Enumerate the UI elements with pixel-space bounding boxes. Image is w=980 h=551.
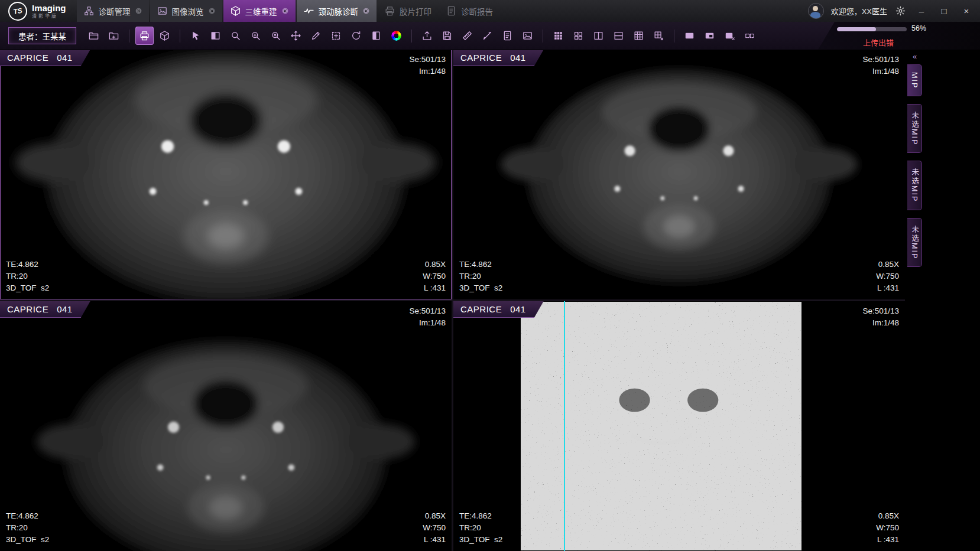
layout-single-icon[interactable]: [680, 27, 699, 45]
tab-label: 颈动脉诊断: [319, 5, 359, 17]
viewport[interactable]: CAPRICE 041 Se:501/13 Im:1/48 TE:4.862 T…: [453, 301, 905, 551]
series-label-tab[interactable]: CAPRICE 041: [0, 50, 90, 66]
layout-close-icon[interactable]: [721, 27, 739, 45]
zoom-in-icon[interactable]: [246, 27, 265, 45]
maximize-button[interactable]: □: [936, 4, 952, 19]
tab-image-browse[interactable]: 图像浏览: [150, 0, 222, 22]
collapse-panel-button[interactable]: «: [907, 52, 922, 64]
window-level-icon[interactable]: [367, 27, 385, 45]
viewport-overlay-top-right: Se:501/13 Im:1/48: [862, 54, 899, 77]
close-tab-icon[interactable]: [362, 7, 370, 15]
zoom-factor-text: 0.85X: [423, 510, 446, 522]
close-tab-icon[interactable]: [135, 7, 142, 15]
series-label-tab[interactable]: CAPRICE 041: [0, 301, 90, 318]
tab-3d-reconstruction[interactable]: 三维重建: [223, 0, 296, 22]
window-level-text: L :431: [423, 282, 446, 294]
pan-icon[interactable]: [287, 27, 305, 45]
tab-carotid-diagnosis[interactable]: 颈动脉诊断: [297, 0, 377, 22]
sequence-text: 3D_TOF s2: [6, 282, 49, 294]
logo-subtitle: 清影华康: [32, 12, 66, 19]
close-tab-icon[interactable]: [281, 7, 289, 15]
series-number: 041: [57, 304, 73, 314]
volume-3d-icon[interactable]: [155, 27, 174, 45]
mip-tab-3[interactable]: 未选MIP: [907, 161, 922, 210]
mip-tab-2[interactable]: 未选MIP: [907, 104, 922, 153]
save-icon[interactable]: [438, 27, 456, 45]
key-image-icon[interactable]: [518, 27, 537, 45]
mri-noisy-scan-image: [453, 301, 905, 551]
te-text: TE:4.862: [459, 510, 502, 522]
tr-text: TR:20: [459, 270, 502, 282]
right-panel: « MIP未选MIP未选MIP未选MIP: [907, 51, 922, 267]
viewport-overlay-bottom-right: 0.85X W:750 L :431: [876, 259, 899, 294]
tab-diagnosis-management[interactable]: 诊断管理: [77, 0, 149, 22]
close-button[interactable]: ×: [959, 4, 974, 19]
print-icon[interactable]: [135, 27, 154, 45]
film-layout-icon[interactable]: [741, 27, 759, 45]
settings-gear-icon[interactable]: [894, 5, 907, 17]
viewport[interactable]: CAPRICE 041 Se:501/13 Im:1/48 TE:4.862 T…: [0, 301, 452, 551]
image-number-text: Im:1/48: [862, 317, 899, 329]
mri-scan-image: [0, 50, 452, 299]
pseudo-color-icon[interactable]: [387, 27, 405, 45]
upload-icon[interactable]: [418, 27, 436, 45]
doc-icon: [446, 5, 457, 17]
series-name: CAPRICE: [7, 53, 48, 63]
zoom-factor-text: 0.85X: [876, 510, 899, 522]
patient-label: 患者：王某某: [18, 30, 66, 42]
cube-icon: [230, 5, 241, 17]
roi-select-icon[interactable]: [327, 27, 345, 45]
report-document-icon[interactable]: [498, 27, 517, 45]
viewport[interactable]: CAPRICE 041 Se:501/13 Im:1/48 TE:4.862 T…: [0, 50, 452, 299]
viewport[interactable]: CAPRICE 041 Se:501/13 Im:1/48 TE:4.862 T…: [453, 50, 905, 299]
series-info-text: Se:501/13: [409, 54, 446, 66]
annotate-pencil-icon[interactable]: [307, 27, 325, 45]
patient-name-box[interactable]: 患者：王某某: [8, 27, 76, 44]
rotate-icon[interactable]: [347, 27, 365, 45]
workflow-icon: [83, 5, 95, 17]
series-info-text: Se:501/13: [409, 305, 446, 317]
series-label-tab[interactable]: CAPRICE 041: [453, 50, 544, 66]
logo-title: Imaging: [32, 4, 66, 12]
sequence-text: 3D_TOF s2: [459, 534, 502, 546]
toolbar-divider: [543, 30, 543, 43]
window-level-text: L :431: [876, 534, 899, 546]
mip-tab-4[interactable]: 未选MIP: [907, 218, 922, 267]
mip-tab-1[interactable]: MIP: [907, 64, 922, 96]
series-name: CAPRICE: [460, 53, 502, 63]
viewport-overlay-bottom-left: TE:4.862 TR:20 3D_TOF s2: [459, 510, 502, 546]
zoom-reset-icon[interactable]: [267, 27, 285, 45]
cursor-icon[interactable]: [186, 27, 205, 45]
minimize-button[interactable]: –: [914, 4, 929, 19]
user-avatar[interactable]: [808, 3, 824, 19]
open-study-icon[interactable]: [85, 27, 103, 45]
search-icon[interactable]: [226, 27, 245, 45]
measure-length-icon[interactable]: [458, 27, 476, 45]
te-text: TE:4.862: [6, 259, 49, 270]
grid-all-icon[interactable]: [549, 27, 567, 45]
tab-label: 胶片打印: [400, 5, 431, 17]
layout-inset-icon[interactable]: [700, 27, 719, 45]
viewport-overlay-top-right: Se:501/13 Im:1/48: [409, 54, 446, 77]
split-rows-icon[interactable]: [609, 27, 628, 45]
cross-reference-line: [564, 301, 565, 551]
split-columns-icon[interactable]: [589, 27, 608, 45]
series-label-tab[interactable]: CAPRICE 041: [453, 301, 544, 318]
logo-icon: TS: [7, 0, 28, 22]
tab-diagnosis-report[interactable]: 诊断报告: [439, 0, 499, 22]
series-number: 041: [510, 304, 526, 314]
add-study-icon[interactable]: [105, 27, 123, 45]
window-width-text: W:750: [876, 522, 899, 534]
close-tab-icon[interactable]: [208, 7, 216, 15]
measure-angle-icon[interactable]: [478, 27, 497, 45]
tab-film-print[interactable]: 胶片打印: [378, 0, 438, 22]
tr-text: TR:20: [6, 270, 49, 282]
image-number-text: Im:1/48: [409, 66, 446, 77]
app-logo: TS Imaging 清影华康: [0, 0, 74, 22]
grid-2x2-icon[interactable]: [569, 27, 588, 45]
split-view-icon[interactable]: [206, 27, 225, 45]
zoom-factor-text: 0.85X: [423, 259, 446, 270]
grid-3x3-icon[interactable]: [629, 27, 648, 45]
upload-progress-percent: 56%: [911, 24, 926, 32]
grid-close-icon[interactable]: [650, 27, 668, 45]
